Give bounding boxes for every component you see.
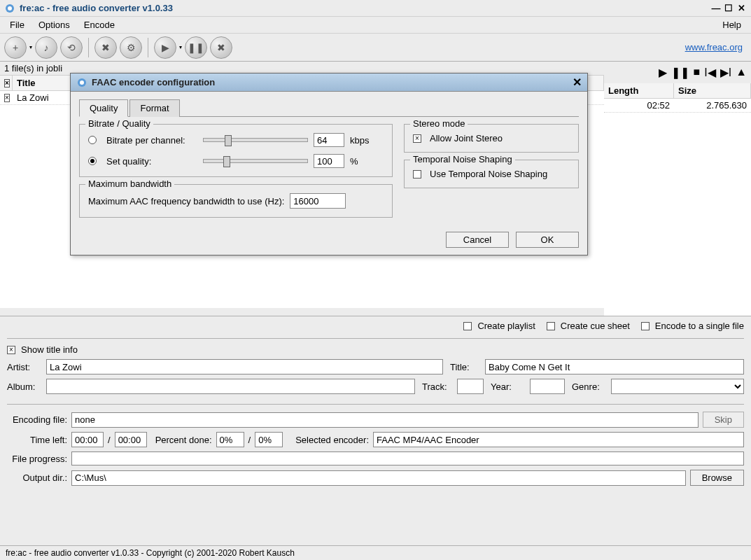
show-titleinfo-checkbox[interactable]: × — [7, 346, 15, 354]
config-button[interactable]: ⚙ — [120, 36, 142, 59]
row-checkbox[interactable]: × — [4, 94, 10, 102]
bitrate-value[interactable] — [314, 133, 344, 147]
player-play-icon[interactable]: ▶ — [659, 66, 667, 79]
clear-button[interactable]: ⟲ — [60, 36, 83, 59]
quality-slider[interactable] — [203, 159, 308, 163]
dialog-icon — [76, 77, 87, 88]
bandwidth-value[interactable] — [290, 193, 346, 209]
stop-button[interactable]: ✖ — [210, 36, 232, 59]
percent-a — [216, 432, 244, 447]
row-size: 2.765.630 — [674, 99, 751, 112]
column-length[interactable]: Length — [604, 83, 674, 98]
album-label: Album: — [7, 382, 39, 392]
show-titleinfo-label: Show title info — [21, 344, 78, 355]
time-left-label: Time left: — [7, 435, 67, 445]
album-field[interactable] — [46, 379, 415, 394]
dialog-title: FAAC encoder configuration — [92, 77, 573, 88]
select-all-checkbox[interactable]: × — [4, 79, 10, 88]
bitrate-label: Bitrate per channel: — [106, 135, 197, 146]
quality-radio[interactable] — [88, 157, 97, 165]
create-playlist-option[interactable]: Create playlist — [463, 321, 535, 331]
menu-encode[interactable]: Encode — [77, 18, 122, 31]
row-length: 02:52 — [604, 99, 674, 112]
checkbox-icon — [641, 322, 650, 330]
statusbar: fre:ac - free audio converter v1.0.33 - … — [0, 545, 751, 560]
stereo-mode-group: Stereo mode × Allow Joint Stereo — [404, 124, 579, 153]
svg-point-3 — [80, 80, 84, 85]
settings-button[interactable]: ✖ — [94, 36, 117, 59]
dialog-close-icon[interactable]: ✕ — [573, 76, 582, 89]
browse-button[interactable]: Browse — [690, 470, 744, 486]
bandwidth-group: Maximum bandwidth Maximum AAC frequency … — [79, 184, 393, 218]
encoding-file-label: Encoding file: — [7, 414, 67, 425]
menu-help[interactable]: Help — [715, 18, 748, 31]
encoding-file-field — [71, 412, 699, 428]
bitrate-slider[interactable] — [203, 138, 308, 142]
menu-file[interactable]: File — [3, 18, 31, 31]
percent-b — [255, 432, 283, 447]
genre-select[interactable] — [611, 379, 744, 394]
svg-point-1 — [8, 6, 12, 10]
joblist-header-right: Length Size — [604, 83, 751, 99]
checkbox-icon — [413, 170, 421, 178]
skip-button[interactable]: Skip — [703, 412, 744, 428]
year-label: Year: — [491, 382, 523, 392]
artist-field[interactable] — [46, 359, 443, 374]
column-size[interactable]: Size — [674, 83, 751, 98]
player-prev-icon[interactable]: I◀ — [704, 66, 715, 79]
artist-label: Artist: — [7, 362, 39, 372]
percent-label: Percent done: — [155, 435, 212, 445]
tns-group: Temporal Noise Shaping Use Temporal Nois… — [404, 160, 579, 188]
player-pause-icon[interactable]: ❚❚ — [671, 66, 689, 79]
ok-button[interactable]: OK — [516, 232, 579, 248]
list-item[interactable]: 02:52 2.765.630 — [604, 99, 751, 113]
track-field[interactable] — [457, 379, 484, 394]
player-stop-icon[interactable]: ■ — [694, 66, 701, 78]
homepage-link[interactable]: www.freac.org — [685, 42, 743, 52]
tab-format[interactable]: Format — [129, 99, 179, 117]
maximize-button[interactable]: ☐ — [723, 3, 734, 14]
add-files-button[interactable]: + — [4, 36, 27, 59]
cancel-button[interactable]: Cancel — [446, 232, 509, 248]
quality-value[interactable] — [314, 154, 344, 168]
checkbox-icon — [547, 322, 555, 330]
use-tns-option[interactable]: Use Temporal Noise Shaping — [413, 169, 570, 179]
title-field[interactable] — [485, 359, 744, 374]
year-field[interactable] — [530, 379, 565, 394]
bitrate-quality-group: Bitrate / Quality Bitrate per channel: k… — [79, 124, 393, 177]
close-button[interactable]: ✕ — [736, 3, 747, 14]
time-left-b — [115, 432, 147, 447]
remove-button[interactable]: ♪ — [35, 36, 57, 59]
file-progress-label: File progress: — [7, 454, 67, 464]
output-dir-field[interactable] — [71, 470, 686, 486]
dialog-titlebar[interactable]: FAAC encoder configuration ✕ — [71, 74, 587, 92]
tab-quality[interactable]: Quality — [79, 99, 128, 117]
player-eject-icon[interactable]: ▲ — [736, 66, 747, 78]
pause-button[interactable]: ❚❚ — [185, 36, 207, 59]
create-cue-option[interactable]: Create cue sheet — [547, 321, 630, 331]
file-progress-bar — [71, 451, 744, 465]
track-label: Track: — [422, 382, 450, 392]
player-next-icon[interactable]: ▶I — [720, 66, 731, 79]
title-label: Title: — [450, 362, 478, 372]
quality-unit: % — [350, 156, 358, 167]
titlebar: fre:ac - free audio converter v1.0.33 — … — [0, 0, 751, 17]
bandwidth-label: Maximum AAC frequency bandwidth to use (… — [88, 196, 284, 206]
minimize-button[interactable]: — — [710, 3, 722, 14]
bitrate-unit: kbps — [350, 135, 369, 146]
menu-options[interactable]: Options — [31, 18, 77, 31]
window-title: fre:ac - free audio converter v1.0.33 — [20, 3, 710, 13]
checkbox-icon — [463, 322, 472, 330]
selected-encoder-field — [373, 432, 744, 447]
encode-single-option[interactable]: Encode to a single file — [641, 321, 744, 331]
dropdown-arrow-icon[interactable]: ▾ — [179, 44, 182, 50]
quality-label: Set quality: — [106, 156, 197, 167]
play-button[interactable]: ▶ — [154, 36, 176, 59]
allow-joint-stereo-option[interactable]: × Allow Joint Stereo — [413, 133, 570, 144]
menubar: File Options Encode Help — [0, 17, 751, 34]
dropdown-arrow-icon[interactable]: ▾ — [29, 44, 32, 50]
bitrate-radio[interactable] — [88, 136, 97, 144]
checkbox-icon: × — [413, 134, 421, 143]
time-left-a — [71, 432, 104, 447]
faac-config-dialog: FAAC encoder configuration ✕ Quality For… — [70, 73, 588, 255]
